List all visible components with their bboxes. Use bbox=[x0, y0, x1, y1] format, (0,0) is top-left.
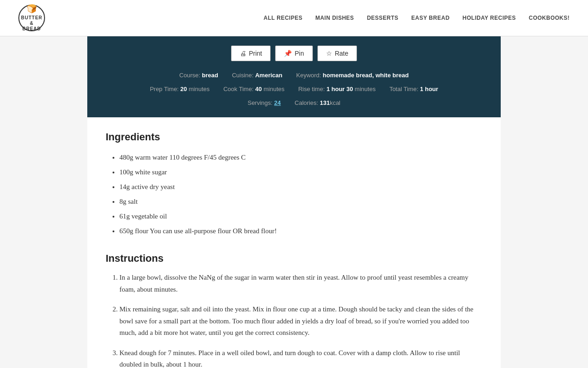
total-label: Total Time: bbox=[390, 86, 418, 92]
ingredients-list: 480g warm water 110 degrees F/45 degrees… bbox=[106, 150, 482, 238]
site-logo: 🍞 BUTTER & BREAD bbox=[18, 5, 45, 31]
nav-links: ALL RECIPES MAIN DISHES DESSERTS EASY BR… bbox=[264, 15, 570, 21]
nav-item-main-dishes[interactable]: MAIN DISHES bbox=[315, 15, 354, 21]
rise-meta: Rise time: 1 hour 30 minutes bbox=[298, 83, 375, 95]
recipe-content: Ingredients 480g warm water 110 degrees … bbox=[87, 117, 501, 368]
logo-icon: 🍞 bbox=[27, 4, 37, 14]
prep-unit: minutes bbox=[189, 86, 210, 92]
nav-item-desserts[interactable]: DESSERTS bbox=[367, 15, 399, 21]
instructions-title: Instructions bbox=[106, 253, 482, 264]
pin-label: Pin bbox=[294, 50, 304, 57]
pin-button[interactable]: 📌 Pin bbox=[275, 46, 312, 61]
list-item: In a large bowl, dissolve the NaNg of th… bbox=[119, 272, 482, 295]
list-item: 100g white sugar bbox=[119, 165, 482, 179]
total-value: 1 hour bbox=[420, 86, 438, 92]
course-meta: Course: bread bbox=[179, 69, 218, 81]
star-icon: ☆ bbox=[326, 50, 332, 57]
prep-value: 20 bbox=[181, 86, 187, 92]
list-item: 61g vegetable oil bbox=[119, 209, 482, 223]
total-meta: Total Time: 1 hour bbox=[390, 83, 438, 95]
servings-value[interactable]: 24 bbox=[274, 99, 281, 106]
servings-label: Servings: bbox=[248, 99, 272, 106]
print-button[interactable]: 🖨 Print bbox=[231, 46, 271, 61]
prep-label: Prep Time: bbox=[150, 86, 179, 92]
meta-row-2: Prep Time: 20 minutes Cook Time: 40 minu… bbox=[101, 83, 487, 95]
cuisine-meta: Cuisine: American bbox=[232, 69, 283, 81]
nav-bar: 🍞 BUTTER & BREAD ALL RECIPES MAIN DISHES… bbox=[0, 0, 588, 36]
rise-extra: 30 bbox=[346, 86, 353, 92]
ingredients-title: Ingredients bbox=[106, 131, 482, 143]
print-label: Print bbox=[249, 50, 262, 57]
recipe-header: 🖨 Print 📌 Pin ☆ Rate Course: bread Cuisi… bbox=[87, 36, 501, 117]
list-item: Mix remaining sugar, salt and oil into t… bbox=[119, 304, 482, 339]
cuisine-label: Cuisine: bbox=[232, 72, 254, 79]
logo-line3: BREAD bbox=[23, 26, 41, 32]
action-buttons: 🖨 Print 📌 Pin ☆ Rate bbox=[101, 46, 487, 61]
nav-item-holiday-recipes[interactable]: HOLIDAY RECIPES bbox=[463, 15, 516, 21]
pin-icon: 📌 bbox=[284, 50, 292, 57]
calories-unit: kcal bbox=[330, 99, 340, 106]
cook-value: 40 bbox=[255, 86, 262, 92]
rate-label: Rate bbox=[335, 50, 349, 57]
list-item: Knead dough for 7 minutes. Place in a we… bbox=[119, 347, 482, 368]
cook-label: Cook Time: bbox=[223, 86, 254, 92]
nav-item-all-recipes[interactable]: ALL RECIPES bbox=[264, 15, 303, 21]
nav-item-cookbooks[interactable]: COOKBOOKS! bbox=[529, 15, 570, 21]
keyword-value: homemade bread, white bread bbox=[323, 72, 409, 79]
list-item: 14g active dry yeast bbox=[119, 180, 482, 194]
list-item: 480g warm water 110 degrees F/45 degrees… bbox=[119, 150, 482, 164]
meta-row-1: Course: bread Cuisine: American Keyword:… bbox=[101, 69, 487, 81]
course-label: Course: bbox=[179, 72, 200, 79]
nav-item-easy-bread[interactable]: EASY BREAD bbox=[411, 15, 449, 21]
calories-label: Calories: bbox=[294, 99, 318, 106]
rise-value: 1 hour bbox=[327, 86, 345, 92]
instructions-list: In a large bowl, dissolve the NaNg of th… bbox=[106, 272, 482, 368]
rate-button[interactable]: ☆ Rate bbox=[317, 46, 357, 61]
cuisine-value: American bbox=[255, 72, 282, 79]
rise-label: Rise time: bbox=[298, 86, 325, 92]
print-icon: 🖨 bbox=[240, 50, 246, 57]
logo-line1: BUTTER bbox=[21, 15, 43, 21]
calories-meta: Calories: 131kcal bbox=[294, 97, 340, 109]
calories-value: 131 bbox=[320, 99, 330, 106]
list-item: 8g salt bbox=[119, 195, 482, 208]
prep-meta: Prep Time: 20 minutes bbox=[150, 83, 209, 95]
cook-meta: Cook Time: 40 minutes bbox=[223, 83, 284, 95]
page-wrapper: 🖨 Print 📌 Pin ☆ Rate Course: bread Cuisi… bbox=[87, 36, 501, 368]
servings-meta: Servings: 24 bbox=[248, 97, 281, 109]
course-value: bread bbox=[202, 72, 218, 79]
recipe-meta: Course: bread Cuisine: American Keyword:… bbox=[101, 69, 487, 109]
keyword-label: Keyword: bbox=[296, 72, 321, 79]
rise-extra-unit: minutes bbox=[355, 86, 376, 92]
logo-line2: & bbox=[30, 21, 34, 26]
logo-area: 🍞 BUTTER & BREAD bbox=[18, 5, 45, 31]
list-item: 650g flour You can use all-purpose flour… bbox=[119, 224, 482, 238]
cook-unit: minutes bbox=[264, 86, 285, 92]
keyword-meta: Keyword: homemade bread, white bread bbox=[296, 69, 409, 81]
meta-row-3: Servings: 24 Calories: 131kcal bbox=[101, 97, 487, 109]
